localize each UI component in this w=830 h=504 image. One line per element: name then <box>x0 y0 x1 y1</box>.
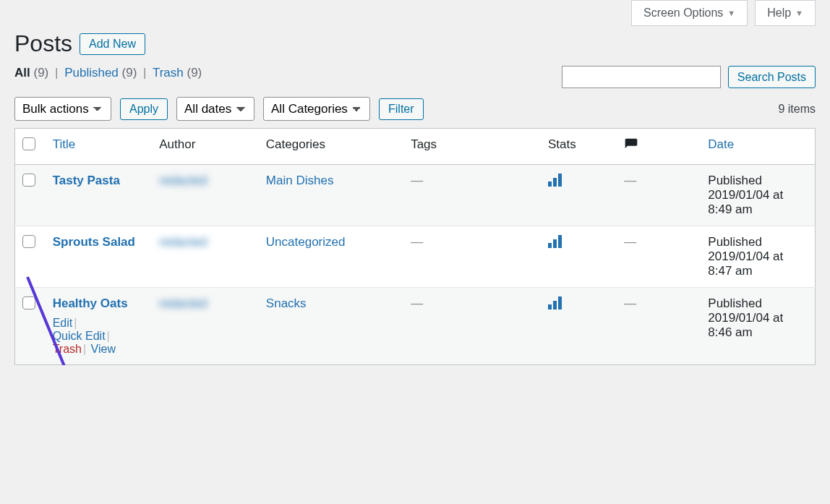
post-title-link[interactable]: Sprouts Salad <box>53 235 135 249</box>
filter-published[interactable]: Published (9) <box>64 66 137 80</box>
tags-cell: — <box>411 296 423 310</box>
comments-cell: — <box>624 174 636 187</box>
date-cell: Published2019/01/04 at 8:46 am <box>701 288 815 365</box>
stats-link[interactable] <box>548 237 562 251</box>
date-filter-select[interactable]: All dates <box>176 97 254 121</box>
category-filter-select[interactable]: All Categories <box>263 97 370 121</box>
help-label: Help <box>767 7 791 20</box>
filter-button[interactable]: Filter <box>379 98 424 120</box>
table-row: Tasty Pasta redacted Main Dishes — — Pub… <box>15 165 816 226</box>
col-categories: Categories <box>259 129 403 165</box>
col-tags: Tags <box>403 129 541 165</box>
item-count: 9 items <box>778 103 816 116</box>
col-stats: Stats <box>541 129 617 165</box>
page-title: Posts <box>14 30 72 57</box>
screen-options-label: Screen Options <box>643 7 723 20</box>
bulk-actions-select[interactable]: Bulk actions <box>14 97 111 121</box>
apply-button[interactable]: Apply <box>120 98 168 120</box>
caret-down-icon: ▼ <box>795 9 803 17</box>
author-link[interactable]: redacted <box>159 174 207 188</box>
category-link[interactable]: Snacks <box>266 296 307 310</box>
comment-bubble-icon <box>624 141 638 155</box>
post-title-link[interactable]: Healthy Oats <box>53 296 128 310</box>
filter-all[interactable]: All (9) <box>14 66 48 80</box>
col-date[interactable]: Date <box>708 137 734 151</box>
edit-link[interactable]: Edit <box>53 317 73 329</box>
quick-edit-link[interactable]: Quick Edit <box>53 330 106 342</box>
table-row: Healthy Oats Edit| Quick Edit| Trash| Vi… <box>15 288 816 365</box>
author-link[interactable]: redacted <box>159 296 207 311</box>
stats-link[interactable] <box>548 299 562 312</box>
help-button[interactable]: Help ▼ <box>755 0 816 26</box>
caret-down-icon: ▼ <box>727 9 735 17</box>
table-row: Sprouts Salad redacted Uncategorized — —… <box>15 226 816 288</box>
author-link[interactable]: redacted <box>159 235 207 249</box>
stats-link[interactable] <box>548 176 562 189</box>
trash-link[interactable]: Trash <box>53 343 82 355</box>
comments-cell: — <box>624 296 636 310</box>
search-input[interactable] <box>562 66 721 88</box>
col-author: Author <box>152 129 259 165</box>
date-cell: Published2019/01/04 at 8:49 am <box>701 165 815 226</box>
date-cell: Published2019/01/04 at 8:47 am <box>701 226 815 288</box>
screen-options-button[interactable]: Screen Options ▼ <box>631 0 748 26</box>
filter-trash[interactable]: Trash (9) <box>153 66 202 80</box>
bar-chart-icon <box>548 174 562 187</box>
view-link[interactable]: View <box>91 343 116 355</box>
row-checkbox[interactable] <box>22 296 35 309</box>
bar-chart-icon <box>548 296 562 309</box>
comments-cell: — <box>624 235 636 249</box>
status-filters: All (9) | Published (9) | Trash (9) <box>14 66 202 80</box>
add-new-button[interactable]: Add New <box>80 33 145 55</box>
bar-chart-icon <box>548 235 562 248</box>
col-title[interactable]: Title <box>53 137 76 151</box>
col-comments <box>617 129 701 165</box>
search-posts-button[interactable]: Search Posts <box>728 66 816 88</box>
row-actions: Edit| Quick Edit| Trash| View <box>53 317 145 356</box>
tags-cell: — <box>411 235 423 249</box>
select-all-checkbox[interactable] <box>22 137 35 150</box>
row-checkbox[interactable] <box>22 235 35 248</box>
row-checkbox[interactable] <box>22 174 35 187</box>
tags-cell: — <box>411 174 423 187</box>
category-link[interactable]: Main Dishes <box>266 174 334 187</box>
post-title-link[interactable]: Tasty Pasta <box>53 174 120 187</box>
category-link[interactable]: Uncategorized <box>266 235 346 249</box>
